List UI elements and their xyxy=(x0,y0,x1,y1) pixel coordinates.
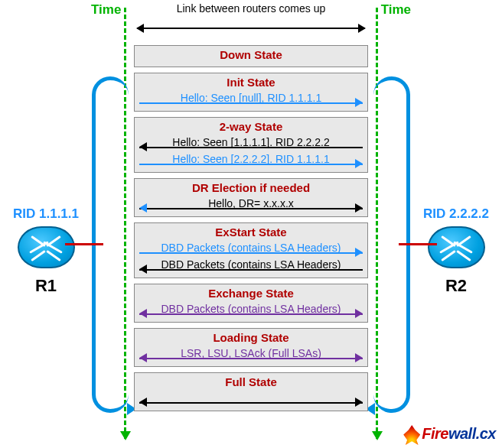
msg-dbd-both: DBD Packets (contains LSA Headers) xyxy=(139,301,363,317)
watermark-wall: wall.cx xyxy=(448,425,496,442)
msg-hello-seen-1111: Hello: Seen [1.1.1.1]. RID 2.2.2.2 xyxy=(139,135,363,150)
msg-dbd-r1r2: DBD Packets (contains LSA Headers) xyxy=(139,240,363,255)
state-dr-election: DR Election if needed Hello, DR= x.x.x.x xyxy=(134,178,368,217)
state-exstart: ExStart State DBD Packets (contains LSA … xyxy=(134,222,368,278)
msg-dbd-r2r1: DBD Packets (contains LSA Headers) xyxy=(139,257,363,272)
state-title: ExStart State xyxy=(139,226,363,239)
state-exchange: Exchange State DBD Packets (contains LSA… xyxy=(134,284,368,323)
state-init: Init State Hello: Seen [null], RID 1.1.1… xyxy=(134,73,368,112)
msg-hello-seen-2222: Hello: Seen [2.2.2.2]. RID 1.1.1.1 xyxy=(139,151,363,167)
cable-right xyxy=(399,243,437,245)
state-title: 2-way State xyxy=(139,120,363,133)
time-label-right: Time xyxy=(381,2,411,18)
watermark-fire: Fire xyxy=(422,425,448,442)
r1-rid: RID 1.1.1.1 xyxy=(4,206,88,222)
msg-text: DBD Packets (contains LSA Headers) xyxy=(158,258,344,271)
state-title: Init State xyxy=(139,76,363,89)
r1-name: R1 xyxy=(4,276,88,296)
router-r2-icon xyxy=(428,226,485,268)
state-full: Full State xyxy=(134,372,368,411)
msg-text: LSR, LSU, LSAck (Full LSAs) xyxy=(178,347,324,359)
r2-name: R2 xyxy=(414,276,498,296)
msg-hello-null: Hello: Seen [null], RID 1.1.1.1 xyxy=(139,90,363,106)
msg-text: Hello: Seen [1.1.1.1]. RID 2.2.2.2 xyxy=(169,136,332,148)
msg-text: DBD Packets (contains LSA Headers) xyxy=(158,242,344,254)
state-title: DR Election if needed xyxy=(139,181,363,194)
cable-left xyxy=(65,243,103,245)
linkup-arrow xyxy=(137,28,365,29)
center-column: Link between routers comes up Down State… xyxy=(134,19,368,417)
msg-lsr-lsu-lsack: LSR, LSU, LSAck (Full LSAs) xyxy=(139,346,363,361)
msg-text: Hello: Seen [null], RID 1.1.1.1 xyxy=(178,92,324,104)
router-r1-column: RID 1.1.1.1 R1 xyxy=(4,206,88,296)
flame-icon xyxy=(403,425,420,445)
r2-rid: RID 2.2.2.2 xyxy=(414,206,498,222)
time-label-left: Time xyxy=(91,2,121,18)
msg-text: Hello: Seen [2.2.2.2]. RID 1.1.1.1 xyxy=(169,153,332,165)
msg-hello-dr: Hello, DR= x.x.x.x xyxy=(139,196,363,211)
state-title: Loading State xyxy=(139,331,363,344)
linkup-row: Link between routers comes up xyxy=(134,19,368,37)
state-title: Down State xyxy=(139,48,363,61)
linkup-text: Link between routers comes up xyxy=(134,2,368,15)
router-r1-icon xyxy=(18,226,75,268)
state-title: Exchange State xyxy=(139,287,363,300)
state-title: Full State xyxy=(139,375,363,388)
state-loading: Loading State LSR, LSU, LSAck (Full LSAs… xyxy=(134,328,368,367)
state-down: Down State xyxy=(134,45,368,67)
msg-full-both xyxy=(139,390,363,405)
msg-text: DBD Packets (contains LSA Headers) xyxy=(158,303,344,315)
msg-text: Hello, DR= x.x.x.x xyxy=(205,197,297,209)
state-twoway: 2-way State Hello: Seen [1.1.1.1]. RID 2… xyxy=(134,117,368,173)
watermark: Firewall.cx xyxy=(403,425,496,445)
router-r2-column: RID 2.2.2.2 R2 xyxy=(414,206,498,296)
